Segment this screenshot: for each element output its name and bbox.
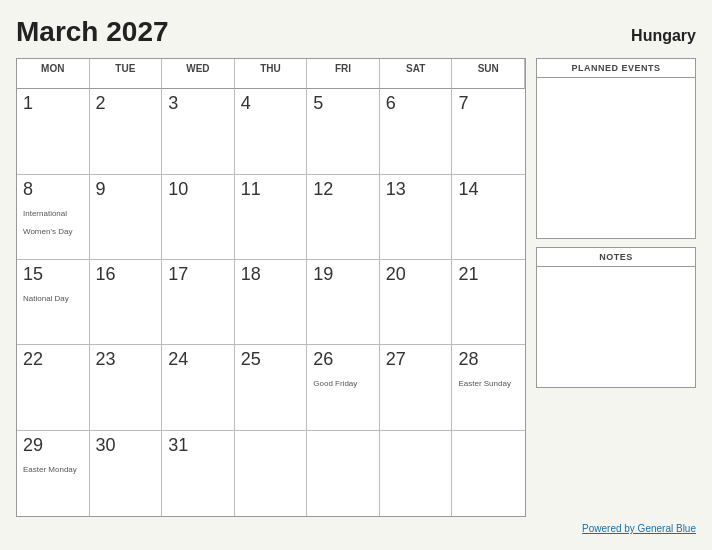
day-number: 3: [168, 93, 228, 114]
day-cell: [452, 431, 525, 516]
day-cell: 30: [90, 431, 163, 516]
month-year-title: March 2027: [16, 16, 169, 48]
notes-header: NOTES: [537, 248, 695, 267]
day-number: 12: [313, 179, 373, 200]
day-cell: [307, 431, 380, 516]
day-number: 22: [23, 349, 83, 370]
day-header: SUN: [452, 59, 525, 89]
notes-box: NOTES: [536, 247, 696, 388]
calendar-section: MONTUEWEDTHUFRISATSUN12345678Internation…: [16, 58, 526, 517]
day-cell: 5: [307, 89, 380, 174]
day-header: THU: [235, 59, 308, 89]
day-cell: 11: [235, 175, 308, 260]
day-cell: 2: [90, 89, 163, 174]
day-cell: 9: [90, 175, 163, 260]
powered-by-link[interactable]: Powered by General Blue: [582, 523, 696, 534]
day-number: 20: [386, 264, 446, 285]
day-cell: 25: [235, 345, 308, 430]
day-cell: 12: [307, 175, 380, 260]
day-number: 31: [168, 435, 228, 456]
day-cell: 31: [162, 431, 235, 516]
day-number: 21: [458, 264, 519, 285]
day-number: 4: [241, 93, 301, 114]
day-cell: 28Easter Sunday: [452, 345, 525, 430]
day-number: 11: [241, 179, 301, 200]
day-number: 6: [386, 93, 446, 114]
day-cell: 17: [162, 260, 235, 345]
day-cell: 23: [90, 345, 163, 430]
planned-events-header: PLANNED EVENTS: [537, 59, 695, 78]
day-number: 23: [96, 349, 156, 370]
calendar-grid: MONTUEWEDTHUFRISATSUN12345678Internation…: [17, 59, 525, 516]
day-number: 16: [96, 264, 156, 285]
day-number: 10: [168, 179, 228, 200]
main-content: MONTUEWEDTHUFRISATSUN12345678Internation…: [16, 58, 696, 517]
day-number: 13: [386, 179, 446, 200]
day-number: 14: [458, 179, 519, 200]
day-header: FRI: [307, 59, 380, 89]
day-cell: 10: [162, 175, 235, 260]
day-number: 30: [96, 435, 156, 456]
day-cell: 1: [17, 89, 90, 174]
day-cell: [235, 431, 308, 516]
day-number: 15: [23, 264, 83, 285]
day-number: 7: [458, 93, 519, 114]
day-cell: 22: [17, 345, 90, 430]
day-number: 9: [96, 179, 156, 200]
day-cell: 8International Women's Day: [17, 175, 90, 260]
day-number: 5: [313, 93, 373, 114]
event-label: National Day: [23, 294, 69, 303]
day-cell: 21: [452, 260, 525, 345]
sidebar: PLANNED EVENTS NOTES: [536, 58, 696, 517]
day-number: 29: [23, 435, 83, 456]
day-header: SAT: [380, 59, 453, 89]
day-number: 25: [241, 349, 301, 370]
country-title: Hungary: [631, 27, 696, 45]
day-cell: 24: [162, 345, 235, 430]
day-number: 18: [241, 264, 301, 285]
day-cell: 15National Day: [17, 260, 90, 345]
day-cell: 29Easter Monday: [17, 431, 90, 516]
day-cell: [380, 431, 453, 516]
day-number: 1: [23, 93, 83, 114]
day-cell: 4: [235, 89, 308, 174]
day-cell: 20: [380, 260, 453, 345]
day-cell: 3: [162, 89, 235, 174]
day-cell: 16: [90, 260, 163, 345]
day-number: 28: [458, 349, 519, 370]
planned-events-box: PLANNED EVENTS: [536, 58, 696, 239]
day-cell: 19: [307, 260, 380, 345]
day-number: 17: [168, 264, 228, 285]
day-header: TUE: [90, 59, 163, 89]
day-number: 27: [386, 349, 446, 370]
day-cell: 14: [452, 175, 525, 260]
day-cell: 7: [452, 89, 525, 174]
event-label: Easter Monday: [23, 465, 77, 474]
notes-content: [537, 267, 695, 387]
day-number: 2: [96, 93, 156, 114]
day-header: WED: [162, 59, 235, 89]
day-number: 24: [168, 349, 228, 370]
day-cell: 6: [380, 89, 453, 174]
event-label: Easter Sunday: [458, 379, 510, 388]
planned-events-content: [537, 78, 695, 238]
footer: Powered by General Blue: [16, 523, 696, 534]
day-cell: 27: [380, 345, 453, 430]
day-cell: 13: [380, 175, 453, 260]
day-number: 8: [23, 179, 83, 200]
day-number: 26: [313, 349, 373, 370]
day-cell: 18: [235, 260, 308, 345]
day-number: 19: [313, 264, 373, 285]
day-header: MON: [17, 59, 90, 89]
day-cell: 26Good Friday: [307, 345, 380, 430]
event-label: Good Friday: [313, 379, 357, 388]
event-label: International Women's Day: [23, 209, 72, 236]
